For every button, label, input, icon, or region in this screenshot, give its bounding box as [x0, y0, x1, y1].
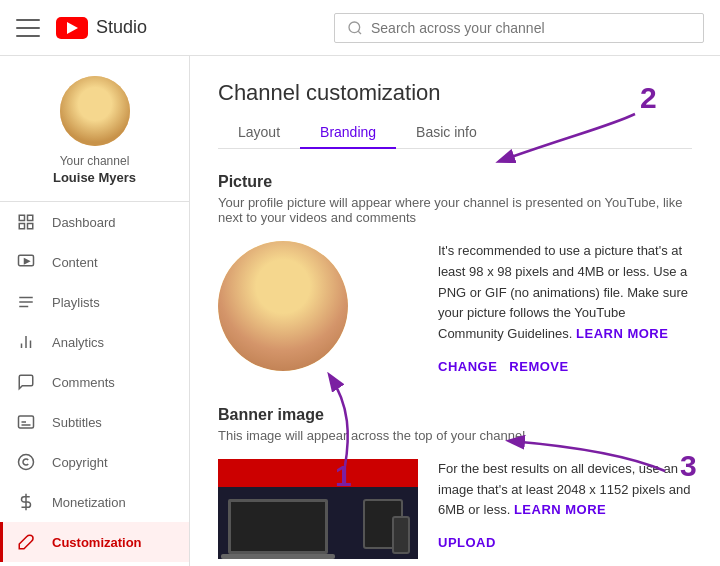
sidebar-item-label: Monetization: [52, 495, 126, 510]
banner-section-desc: This image will appear across the top of…: [218, 428, 692, 443]
sidebar-item-label: Content: [52, 255, 98, 270]
banner-device-laptop: [228, 499, 328, 554]
main-wrapper: Channel customization Layout Branding Ba…: [190, 56, 720, 566]
channel-name: Louise Myers: [53, 170, 136, 185]
logo-text: Studio: [96, 17, 147, 38]
channel-info: Your channel Louise Myers: [0, 56, 189, 202]
search-icon: [347, 20, 363, 36]
sidebar-item-playlists[interactable]: Playlists: [0, 282, 189, 322]
list-icon: [16, 292, 36, 312]
svg-rect-4: [28, 224, 33, 229]
sidebar: Your channel Louise Myers Dashboard Cont…: [0, 56, 190, 566]
sidebar-item-subtitles[interactable]: Subtitles: [0, 402, 189, 442]
picture-section-content: It's recommended to use a picture that's…: [218, 241, 692, 378]
logo: Studio: [56, 17, 147, 39]
tab-branding[interactable]: Branding: [300, 114, 396, 148]
sidebar-item-comments[interactable]: Comments: [0, 362, 189, 402]
banner-preview: [218, 459, 418, 559]
channel-label: Your channel: [60, 154, 130, 168]
sidebar-item-analytics[interactable]: Analytics: [0, 322, 189, 362]
picture-remove-button[interactable]: REMOVE: [509, 357, 568, 378]
search-bar[interactable]: [334, 13, 704, 43]
profile-picture: [218, 241, 348, 371]
picture-section-desc: Your profile picture will appear where y…: [218, 195, 692, 225]
picture-section: Picture Your profile picture will appear…: [218, 173, 692, 378]
svg-rect-2: [28, 215, 33, 220]
copyright-icon: [16, 452, 36, 472]
profile-picture-image: [218, 241, 348, 371]
grid-icon: [16, 212, 36, 232]
comment-icon: [16, 372, 36, 392]
banner-red-bar: [218, 459, 418, 487]
main-inner: Channel customization Layout Branding Ba…: [218, 80, 692, 566]
menu-button[interactable]: [16, 16, 40, 40]
svg-point-16: [19, 455, 34, 470]
youtube-logo-icon: [56, 17, 88, 39]
main-content: Channel customization Layout Branding Ba…: [190, 56, 720, 566]
sidebar-item-customization[interactable]: Customization: [0, 522, 189, 562]
sidebar-item-dashboard[interactable]: Dashboard: [0, 202, 189, 242]
dollar-icon: [16, 492, 36, 512]
bar-chart-icon: [16, 332, 36, 352]
tabs: Layout Branding Basic info: [218, 114, 692, 149]
picture-info: It's recommended to use a picture that's…: [438, 241, 692, 378]
banner-upload-button[interactable]: UPLOAD: [438, 533, 496, 554]
sidebar-item-monetization[interactable]: Monetization: [0, 482, 189, 522]
svg-point-0: [349, 22, 360, 33]
sidebar-item-label: Dashboard: [52, 215, 116, 230]
banner-section-title: Banner image: [218, 406, 692, 424]
banner-section: Banner image This image will appear acro…: [218, 406, 692, 559]
banner-preview-container: [218, 459, 418, 559]
svg-rect-1: [19, 215, 24, 220]
header: Studio: [0, 0, 720, 56]
sidebar-item-label: Analytics: [52, 335, 104, 350]
banner-device-phone: [392, 516, 410, 554]
picture-actions: CHANGE REMOVE: [438, 357, 692, 378]
page-title: Channel customization: [218, 80, 692, 106]
avatar-image: [60, 76, 130, 146]
sidebar-item-content[interactable]: Content: [0, 242, 189, 282]
brush-icon: [16, 532, 36, 552]
tab-basic-info[interactable]: Basic info: [396, 114, 497, 148]
banner-learn-more-link[interactable]: Learn more: [514, 502, 606, 517]
sidebar-item-copyright[interactable]: Copyright: [0, 442, 189, 482]
sidebar-item-label: Copyright: [52, 455, 108, 470]
sidebar-item-audio-library[interactable]: Audio library: [0, 562, 189, 566]
svg-marker-6: [25, 259, 30, 264]
picture-preview: [218, 241, 418, 371]
sidebar-item-label: Customization: [52, 535, 142, 550]
svg-rect-3: [19, 224, 24, 229]
play-square-icon: [16, 252, 36, 272]
sidebar-item-label: Comments: [52, 375, 115, 390]
search-input[interactable]: [371, 20, 691, 36]
body: Your channel Louise Myers Dashboard Cont…: [0, 56, 720, 566]
picture-learn-more-link[interactable]: Learn more: [576, 326, 668, 341]
tab-layout[interactable]: Layout: [218, 114, 300, 148]
sidebar-nav: Dashboard Content Playlists: [0, 202, 189, 566]
banner-section-content: For the best results on all devices, use…: [218, 459, 692, 559]
avatar: [60, 76, 130, 146]
picture-change-button[interactable]: CHANGE: [438, 357, 497, 378]
banner-info: For the best results on all devices, use…: [438, 459, 692, 554]
sidebar-item-label: Playlists: [52, 295, 100, 310]
banner-actions: UPLOAD: [438, 533, 692, 554]
sidebar-item-label: Subtitles: [52, 415, 102, 430]
subtitles-icon: [16, 412, 36, 432]
picture-section-title: Picture: [218, 173, 692, 191]
